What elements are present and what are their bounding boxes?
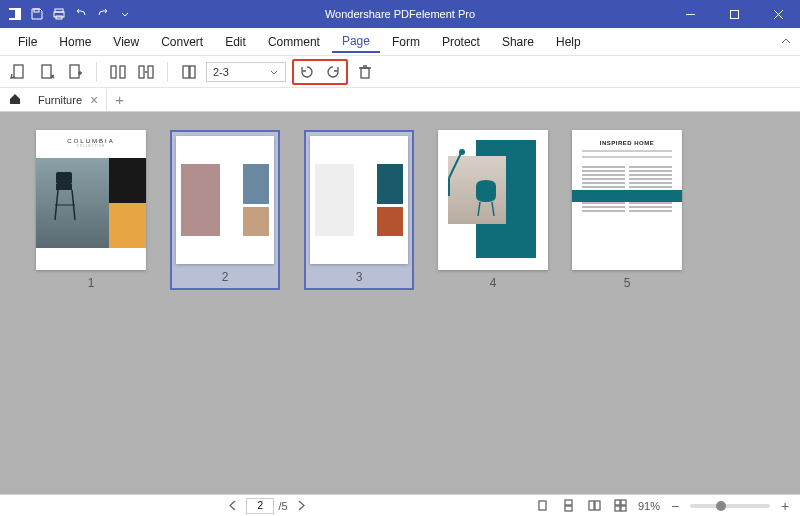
view-continuous-icon[interactable] [560,497,578,515]
svg-rect-10 [70,65,79,78]
page-range-value: 2-3 [213,66,229,78]
page-thumb-1[interactable]: COLUMBIA COLLECTIVE 1 [36,130,146,290]
next-page-icon[interactable] [292,497,310,515]
svg-rect-34 [621,500,626,505]
svg-line-24 [449,153,461,178]
minimize-button[interactable] [668,0,712,28]
separator [167,62,168,82]
menu-convert[interactable]: Convert [151,32,213,52]
svg-rect-3 [34,9,39,12]
menu-comment[interactable]: Comment [258,32,330,52]
page-labels-icon[interactable] [178,61,200,83]
zoom-slider[interactable] [690,504,770,508]
svg-rect-14 [148,66,153,78]
rotate-left-icon[interactable] [296,61,318,83]
page-thumb-3-selected[interactable]: 3 [304,130,414,290]
svg-rect-33 [615,500,620,505]
menu-share[interactable]: Share [492,32,544,52]
svg-rect-36 [621,506,626,511]
print-icon[interactable] [52,7,66,21]
zoom-in-icon[interactable]: + [778,498,792,514]
zoom-value: 91% [638,500,660,512]
menubar: File Home View Convert Edit Comment Page… [0,28,800,56]
svg-rect-8 [14,65,23,78]
menu-view[interactable]: View [103,32,149,52]
svg-rect-30 [565,506,572,511]
logo-icon [8,7,22,21]
qat-dropdown-icon[interactable] [118,7,132,21]
svg-point-25 [459,149,465,155]
redo-icon[interactable] [96,7,110,21]
svg-rect-35 [615,506,620,511]
svg-rect-16 [190,66,195,78]
document-tab[interactable]: Furniture × [30,89,107,111]
current-page-input[interactable] [246,498,274,514]
svg-rect-32 [595,501,600,510]
page-thumb-2-selected[interactable]: 2 [170,130,280,290]
page-thumb-5[interactable]: INSPIRED HOME 5 [572,130,682,290]
statusbar: /5 91% − + [0,494,800,516]
menu-form[interactable]: Form [382,32,430,52]
svg-line-26 [478,202,480,216]
svg-rect-29 [565,500,572,505]
separator [96,62,97,82]
window-controls [668,0,800,28]
prev-page-icon[interactable] [224,497,242,515]
page-number: 5 [624,276,631,290]
menu-edit[interactable]: Edit [215,32,256,52]
page-number: 3 [356,270,363,284]
svg-rect-15 [183,66,189,78]
replace-page-icon[interactable] [64,61,86,83]
collapse-ribbon-icon[interactable] [780,35,792,49]
quick-access-toolbar [0,7,132,21]
page-toolbar: 2-3 [0,56,800,88]
menu-home[interactable]: Home [49,32,101,52]
svg-rect-31 [589,501,594,510]
close-button[interactable] [756,0,800,28]
menu-file[interactable]: File [8,32,47,52]
split-icon[interactable] [107,61,129,83]
page-number: 2 [222,270,229,284]
page-number: 4 [490,276,497,290]
thumb5-title: INSPIRED HOME [582,140,672,146]
extract-page-icon[interactable] [36,61,58,83]
thumb1-sub: COLLECTIVE [36,144,146,148]
svg-rect-17 [361,68,369,78]
chevron-down-icon [269,67,279,77]
titlebar: Wondershare PDFelement Pro [0,0,800,28]
svg-rect-12 [120,66,125,78]
svg-rect-9 [42,65,51,78]
svg-rect-18 [56,172,72,184]
view-single-icon[interactable] [534,497,552,515]
zoom-out-icon[interactable]: − [668,498,682,514]
maximize-button[interactable] [712,0,756,28]
svg-rect-13 [139,66,144,78]
view-thumbnails-icon[interactable] [612,497,630,515]
menu-protect[interactable]: Protect [432,32,490,52]
svg-line-27 [492,202,494,216]
page-boxes-icon[interactable] [135,61,157,83]
page-range-select[interactable]: 2-3 [206,62,286,82]
delete-page-icon[interactable] [354,61,376,83]
svg-rect-2 [9,10,15,18]
save-icon[interactable] [30,7,44,21]
rotate-right-icon[interactable] [322,61,344,83]
document-tabs: Furniture × + [0,88,800,112]
close-tab-icon[interactable]: × [90,92,98,108]
undo-icon[interactable] [74,7,88,21]
svg-rect-19 [56,184,72,190]
svg-rect-28 [539,501,546,510]
page-navigator: /5 [224,497,309,515]
home-icon[interactable] [8,92,22,108]
svg-rect-7 [730,10,738,18]
add-tab-icon[interactable]: + [115,91,124,108]
insert-page-icon[interactable] [8,61,30,83]
menu-help[interactable]: Help [546,32,591,52]
page-thumb-4[interactable]: 4 [438,130,548,290]
svg-rect-11 [111,66,116,78]
menu-page[interactable]: Page [332,31,380,53]
page-number: 1 [88,276,95,290]
view-two-page-icon[interactable] [586,497,604,515]
thumb1-title: COLUMBIA [36,130,146,144]
page-thumbnails-canvas[interactable]: COLUMBIA COLLECTIVE 1 2 3 4 INSPIRED HOM… [0,112,800,494]
